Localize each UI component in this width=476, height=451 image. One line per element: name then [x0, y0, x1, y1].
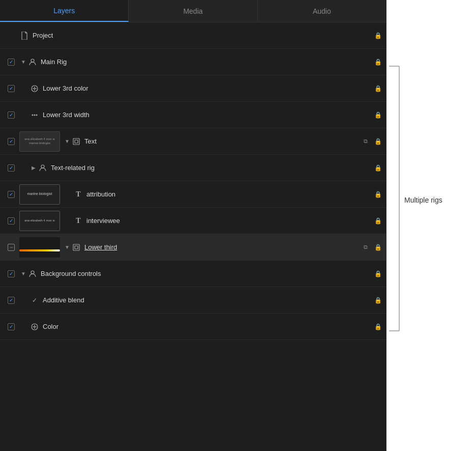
visibility-checkbox[interactable]: [8, 244, 15, 251]
sliders-icon: [29, 322, 40, 332]
svg-point-5: [34, 114, 36, 116]
visibility-checkbox[interactable]: [8, 297, 15, 304]
tab-bar: Layers Media Audio: [0, 0, 386, 22]
svg-point-9: [41, 165, 44, 168]
expand-triangle[interactable]: [29, 164, 38, 172]
layer-name: Project: [33, 32, 370, 39]
expand-triangle[interactable]: [19, 58, 27, 66]
sliders-icon: [29, 83, 40, 94]
lock-icon[interactable]: 🔒: [373, 216, 383, 226]
lock-icon[interactable]: 🔒: [373, 31, 383, 41]
expand-triangle[interactable]: [63, 137, 71, 146]
layer-actions: 🔒: [373, 322, 383, 332]
layer-actions: ⧉ 🔒: [361, 136, 383, 147]
visibility-checkbox[interactable]: [8, 270, 15, 277]
checkbox-area[interactable]: [3, 85, 19, 92]
layer-actions: 🔒: [373, 110, 383, 120]
checkbox-area[interactable]: [3, 164, 19, 172]
visibility-checkbox[interactable]: [8, 217, 15, 224]
tab-audio[interactable]: Audio: [258, 0, 386, 22]
layer-row: ana elizabeth 4 moc is T interviewee 🔒: [0, 208, 386, 234]
lock-icon[interactable]: 🔒: [373, 322, 383, 332]
layer-indent: Text-related rig: [19, 163, 370, 173]
svg-rect-8: [75, 140, 78, 143]
layer-row: Color 🔒: [0, 314, 386, 340]
layer-actions: 🔒: [373, 57, 383, 67]
layer-name: attribution: [86, 190, 370, 198]
doc-icon: [19, 31, 29, 41]
lock-icon[interactable]: 🔒: [373, 136, 383, 147]
layer-row: ana elizabeth 4 moc is marine biologist …: [0, 128, 386, 155]
group-icon: [71, 242, 81, 252]
visibility-checkbox[interactable]: [8, 191, 15, 198]
checkbox-area[interactable]: [3, 191, 19, 198]
visibility-checkbox[interactable]: [8, 138, 15, 145]
layer-indent: Lower 3rd width: [19, 110, 370, 120]
layer-indent: T attribution: [63, 189, 370, 200]
layer-indent: Background controls: [19, 269, 370, 279]
text-icon: T: [73, 189, 83, 200]
layer-row: Text-related rig 🔒: [0, 155, 386, 181]
layer-indent: Main Rig: [19, 57, 370, 67]
layer-indent: T interviewee: [63, 216, 370, 226]
layer-name: Background controls: [41, 270, 370, 277]
lock-icon[interactable]: 🔒: [373, 242, 383, 252]
lock-icon[interactable]: 🔒: [373, 269, 383, 279]
layer-actions: 🔒: [373, 269, 383, 279]
layers-panel: Layers Media Audio Project 🔒: [0, 0, 386, 451]
layer-name: Lower third: [84, 243, 358, 251]
svg-point-0: [31, 59, 34, 62]
tab-layers[interactable]: Layers: [0, 0, 129, 22]
layer-row: Lower 3rd width 🔒: [0, 102, 386, 128]
svg-text:Multiple rigs: Multiple rigs: [404, 196, 442, 204]
lock-icon[interactable]: 🔒: [373, 295, 383, 305]
copy-icon[interactable]: ⧉: [361, 136, 371, 147]
checkbox-area[interactable]: [3, 59, 19, 66]
layer-row: Main Rig 🔒: [0, 49, 386, 75]
lock-icon[interactable]: 🔒: [373, 189, 383, 200]
checkbox-area[interactable]: [3, 138, 19, 145]
layer-name: Lower 3rd width: [43, 111, 370, 119]
lock-icon[interactable]: 🔒: [373, 163, 383, 173]
layer-indent: Lower third: [63, 242, 358, 252]
checkbox-area[interactable]: [3, 111, 19, 119]
svg-point-4: [32, 114, 34, 116]
person-icon: [27, 269, 38, 279]
visibility-checkbox[interactable]: [8, 164, 15, 172]
layer-actions: 🔒: [373, 189, 383, 200]
layer-indent: Project: [19, 31, 370, 41]
group-icon: [71, 136, 81, 147]
lock-icon[interactable]: 🔒: [373, 110, 383, 120]
visibility-checkbox[interactable]: [8, 323, 15, 330]
layer-name: Color: [43, 323, 370, 330]
checkbox-area[interactable]: [3, 297, 19, 304]
layer-actions: 🔒: [373, 31, 383, 41]
expand-triangle[interactable]: [19, 270, 27, 278]
tab-media[interactable]: Media: [129, 0, 257, 22]
lock-icon[interactable]: 🔒: [373, 57, 383, 67]
visibility-checkbox[interactable]: [8, 85, 15, 92]
visibility-checkbox[interactable]: [8, 59, 15, 66]
layer-row: Project 🔒: [0, 22, 386, 49]
checkbox-area[interactable]: [3, 270, 19, 277]
checkbox-area[interactable]: [3, 217, 19, 224]
checkbox-area[interactable]: [3, 323, 19, 330]
layer-row: ✓ Additive blend 🔒: [0, 287, 386, 314]
dots-icon: [29, 110, 40, 120]
expand-triangle[interactable]: [63, 243, 71, 251]
svg-rect-10: [73, 244, 79, 250]
svg-point-6: [36, 114, 38, 116]
lock-icon[interactable]: 🔒: [373, 83, 383, 94]
layer-thumbnail: [19, 237, 60, 258]
layer-row: Lower 3rd color 🔒: [0, 75, 386, 102]
layer-indent: Lower 3rd color: [19, 83, 370, 94]
layer-indent: Text: [63, 136, 358, 147]
visibility-checkbox[interactable]: [8, 111, 15, 119]
checkbox-area[interactable]: [3, 244, 19, 251]
person-icon: [27, 57, 38, 67]
svg-rect-7: [73, 138, 79, 145]
layer-actions: ⧉ 🔒: [361, 242, 383, 252]
svg-point-12: [31, 271, 34, 274]
copy-icon[interactable]: ⧉: [361, 242, 371, 252]
layer-thumbnail: ana elizabeth 4 moc is marine biologist: [19, 131, 60, 152]
